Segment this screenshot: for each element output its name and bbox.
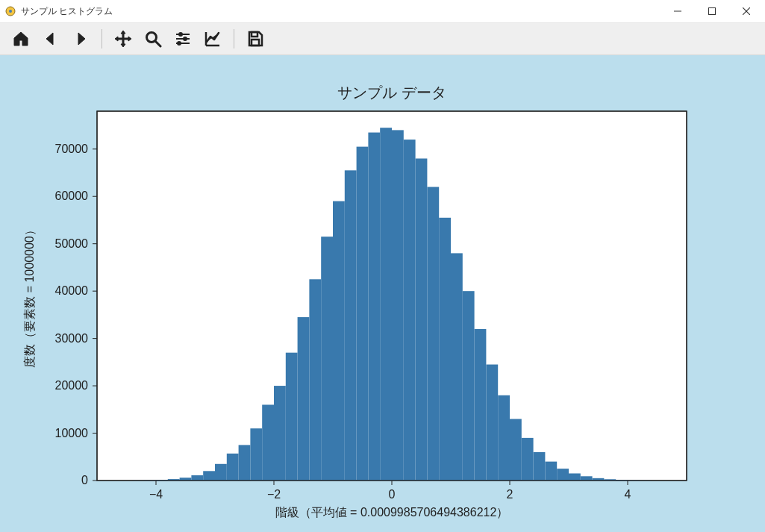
histogram-bar	[380, 128, 392, 481]
svg-rect-20	[252, 32, 257, 37]
y-tick-label: 40000	[55, 284, 89, 297]
svg-rect-3	[709, 8, 716, 15]
x-axis-label: 階級（平均値 = 0.0009985706494386212）	[275, 506, 509, 519]
pan-button[interactable]	[110, 26, 137, 51]
histogram-chart: −4−2024010000200003000040000500006000070…	[0, 55, 765, 532]
x-tick-label: −4	[149, 488, 163, 501]
histogram-bar	[569, 473, 581, 481]
histogram-bar	[298, 317, 310, 481]
figure-toolbar	[0, 23, 765, 55]
histogram-bar	[557, 469, 569, 481]
histogram-bar	[191, 475, 203, 481]
minimize-button[interactable]	[661, 0, 695, 22]
window-title: サンプル ヒストグラム	[21, 5, 113, 18]
y-tick-label: 10000	[55, 427, 89, 439]
histogram-bar	[357, 147, 369, 481]
histogram-bar	[522, 438, 534, 481]
edit-axes-button[interactable]	[199, 26, 226, 51]
histogram-bar	[215, 464, 227, 481]
histogram-bar	[451, 253, 463, 481]
zoom-button[interactable]	[140, 26, 166, 51]
y-tick-label: 30000	[55, 332, 89, 345]
histogram-bar	[427, 187, 439, 481]
histogram-bar	[203, 471, 215, 481]
y-tick-label: 70000	[55, 143, 89, 155]
x-tick-label: 4	[625, 488, 631, 501]
histogram-bar	[510, 419, 522, 481]
x-tick-label: 0	[389, 488, 396, 501]
x-tick-label: −2	[267, 488, 281, 501]
svg-rect-11	[117, 38, 129, 40]
toolbar-separator	[102, 29, 102, 48]
svg-point-1	[9, 10, 12, 13]
back-button[interactable]	[37, 26, 64, 51]
close-button[interactable]	[729, 0, 764, 22]
histogram-bar	[345, 170, 357, 481]
svg-rect-21	[252, 40, 259, 46]
histogram-bar	[321, 237, 333, 481]
y-tick-label: 0	[81, 474, 88, 486]
figure-canvas[interactable]: −4−2024010000200003000040000500006000070…	[0, 55, 765, 532]
histogram-bar	[463, 291, 475, 481]
toolbar-separator	[234, 29, 234, 48]
maximize-button[interactable]	[695, 0, 729, 22]
histogram-bar	[581, 476, 593, 481]
histogram-bar	[309, 279, 321, 481]
app-icon	[4, 5, 16, 17]
save-button[interactable]	[242, 26, 269, 51]
histogram-bar	[227, 454, 239, 481]
home-button[interactable]	[7, 26, 34, 51]
y-tick-label: 50000	[55, 237, 89, 250]
histogram-bar	[286, 353, 298, 481]
window-titlebar: サンプル ヒストグラム	[0, 0, 765, 23]
histogram-bar	[439, 218, 451, 481]
svg-point-19	[178, 42, 181, 45]
histogram-bar	[262, 404, 274, 481]
configure-subplots-button[interactable]	[169, 26, 196, 51]
histogram-bar	[534, 452, 546, 481]
histogram-bar	[498, 395, 510, 481]
histogram-bar	[274, 386, 286, 481]
y-tick-label: 20000	[55, 379, 89, 392]
histogram-bar	[239, 445, 251, 481]
histogram-bar	[475, 329, 487, 481]
histogram-bar	[416, 158, 428, 481]
svg-point-17	[184, 37, 187, 40]
histogram-bar	[486, 365, 498, 481]
x-tick-label: 2	[507, 488, 513, 501]
y-axis-label: 度数（要素数 = 1000000）	[23, 224, 36, 368]
histogram-bar	[250, 428, 262, 481]
chart-title: サンプル データ	[337, 84, 446, 101]
svg-line-13	[155, 41, 160, 46]
histogram-bar	[545, 462, 557, 481]
svg-point-15	[179, 33, 182, 36]
y-tick-label: 60000	[55, 190, 89, 202]
histogram-bar	[368, 133, 380, 481]
histogram-bar	[392, 130, 404, 481]
histogram-bar	[333, 201, 345, 481]
forward-button[interactable]	[67, 26, 94, 51]
histogram-bar	[404, 140, 416, 481]
